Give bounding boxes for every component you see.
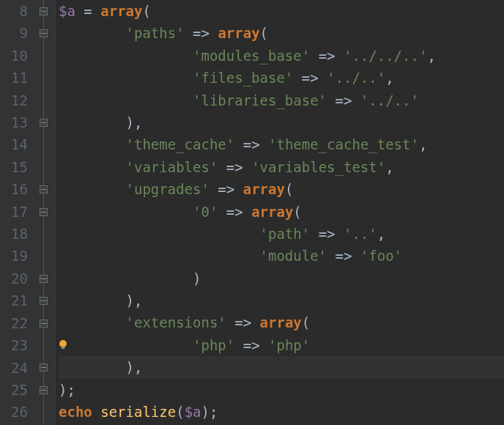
token-punc: [218, 159, 226, 175]
line-number: 11: [0, 67, 28, 89]
token-func: array: [100, 3, 142, 19]
code-line[interactable]: );: [59, 379, 504, 401]
token-punc: ): [126, 359, 134, 375]
token-punc: ,: [385, 159, 393, 175]
line-number: 13: [0, 111, 28, 133]
token-punc: [218, 204, 226, 220]
token-op: =>: [302, 70, 319, 86]
token-op: =>: [319, 48, 336, 64]
token-punc: [210, 181, 218, 197]
token-punc: [92, 3, 100, 19]
token-str: '../..': [327, 70, 385, 86]
token-punc: [310, 226, 318, 242]
token-str: '../../..': [344, 48, 427, 64]
code-line[interactable]: 'modules_base' => '../../..',: [59, 45, 504, 67]
token-func: array: [218, 25, 259, 41]
token-str: 'module': [260, 248, 327, 264]
fold-toggle[interactable]: [40, 319, 48, 328]
token-op: =>: [193, 25, 210, 41]
line-number: 24: [0, 357, 28, 379]
token-punc: ,: [377, 226, 385, 242]
token-str: 'theme_cache': [126, 136, 235, 152]
fold-toggle[interactable]: [40, 297, 48, 305]
token-str: 'variables_test': [251, 159, 385, 175]
token-str: 'php': [268, 337, 310, 353]
token-punc: ): [59, 382, 67, 398]
token-punc: [293, 70, 301, 86]
code-area[interactable]: $a = array( 'paths' => array( 'modules_b…: [56, 0, 504, 425]
token-punc: [210, 25, 218, 41]
code-line[interactable]: 'php' => 'php': [59, 334, 504, 356]
fold-toggle[interactable]: [40, 185, 48, 193]
code-line[interactable]: ),: [59, 356, 504, 378]
token-punc: (: [293, 204, 301, 220]
token-punc: [310, 48, 318, 64]
token-punc: (: [260, 25, 268, 41]
line-number: 15: [0, 156, 28, 178]
token-op: =>: [226, 204, 243, 220]
token-punc: ,: [419, 136, 427, 152]
code-editor[interactable]: 891011121314151617181920212223242526 $a …: [0, 0, 504, 425]
code-line[interactable]: 'variables' => 'variables_test',: [59, 156, 504, 178]
token-op: =: [84, 3, 92, 19]
token-punc: ,: [134, 292, 142, 308]
token-punc: [327, 248, 335, 264]
fold-toggle[interactable]: [40, 7, 48, 15]
code-line[interactable]: ),: [59, 111, 504, 133]
token-punc: ;: [67, 382, 75, 398]
token-punc: [234, 136, 242, 152]
token-punc: [234, 337, 242, 353]
token-punc: (: [142, 3, 150, 19]
code-line[interactable]: 'theme_cache' => 'theme_cache_test',: [59, 133, 504, 155]
code-line[interactable]: ),: [59, 289, 504, 311]
token-punc: [352, 92, 360, 108]
line-number: 9: [0, 22, 28, 44]
line-number: 19: [0, 245, 28, 267]
token-punc: [336, 226, 344, 242]
code-line[interactable]: '0' => array(: [59, 201, 504, 223]
token-ser: serialize: [100, 404, 176, 420]
code-line[interactable]: 'module' => 'foo': [59, 245, 504, 267]
code-line[interactable]: 'upgrades' => array(: [59, 178, 504, 200]
token-punc: ,: [427, 48, 435, 64]
code-line[interactable]: 'libraries_base' => '../..': [59, 89, 504, 111]
token-op: =>: [336, 92, 352, 108]
token-str: '..': [344, 226, 377, 242]
token-op: =>: [234, 314, 251, 330]
token-str: 'paths': [126, 25, 185, 41]
token-punc: [226, 314, 234, 330]
code-line[interactable]: 'paths' => array(: [59, 22, 504, 44]
code-line[interactable]: $a = array(: [59, 0, 504, 22]
token-str: 'upgrades': [126, 181, 210, 197]
token-punc: (: [176, 404, 184, 420]
fold-toggle[interactable]: [40, 119, 48, 127]
fold-toggle[interactable]: [40, 386, 48, 394]
token-punc: [185, 25, 193, 41]
line-number: 18: [0, 223, 28, 245]
line-number-gutter: 891011121314151617181920212223242526: [0, 0, 35, 425]
line-number: 17: [0, 201, 28, 223]
fold-toggle[interactable]: [40, 29, 48, 37]
token-echo: echo: [59, 404, 92, 420]
code-line[interactable]: 'path' => '..',: [59, 223, 504, 245]
line-number: 12: [0, 89, 28, 111]
code-line[interactable]: echo serialize($a);: [59, 401, 504, 423]
fold-toggle[interactable]: [40, 363, 48, 372]
token-punc: [260, 136, 268, 152]
code-line[interactable]: 'extensions' => array(: [59, 311, 504, 333]
token-punc: ): [193, 270, 201, 287]
token-str: 'libraries_base': [193, 92, 327, 108]
token-punc: ): [126, 114, 134, 130]
token-punc: ): [126, 292, 134, 308]
token-punc: [336, 48, 344, 64]
line-number: 26: [0, 401, 28, 423]
token-var: $a: [59, 3, 75, 19]
token-punc: ,: [385, 70, 393, 86]
token-punc: [260, 337, 268, 353]
code-line[interactable]: 'files_base' => '../..',: [59, 67, 504, 89]
token-punc: [92, 404, 100, 420]
fold-toggle[interactable]: [40, 275, 48, 283]
code-line[interactable]: ): [59, 267, 504, 289]
fold-gutter[interactable]: [35, 0, 56, 425]
fold-toggle[interactable]: [40, 208, 48, 216]
